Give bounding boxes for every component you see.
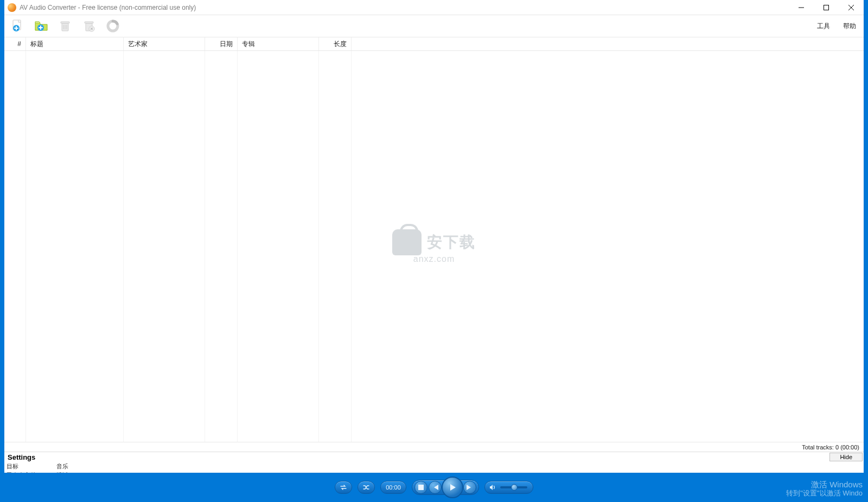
watermark-cn: 安下载	[427, 232, 476, 253]
col-title[interactable]: 标题	[26, 37, 124, 50]
settings-target-label: 目标	[7, 462, 56, 471]
app-icon	[8, 3, 16, 12]
menu-help[interactable]: 帮助	[839, 20, 860, 33]
col-length[interactable]: 长度	[319, 37, 352, 50]
stop-button[interactable]	[414, 481, 427, 494]
window-title: AV Audio Converter - Free license (non-c…	[20, 4, 789, 11]
minimize-button[interactable]	[789, 0, 814, 15]
svg-rect-0	[824, 5, 829, 10]
maximize-button[interactable]	[814, 0, 839, 15]
toolbar: 工具 帮助	[4, 15, 864, 37]
prev-button[interactable]	[429, 481, 442, 494]
col-number[interactable]: #	[4, 37, 26, 50]
repeat-button[interactable]	[335, 481, 352, 494]
delete-all-button[interactable]	[79, 16, 99, 36]
shuffle-button[interactable]	[358, 481, 375, 494]
track-list[interactable]: 安下载 anxz.com	[4, 51, 864, 442]
convert-button[interactable]	[103, 16, 123, 36]
svg-rect-5	[61, 22, 69, 23]
titlebar: AV Audio Converter - Free license (non-c…	[4, 0, 864, 15]
add-file-button[interactable]	[8, 16, 27, 36]
menu-tools[interactable]: 工具	[813, 20, 834, 33]
watermark: 安下载 anxz.com	[380, 229, 488, 264]
next-button[interactable]	[463, 481, 476, 494]
app-window: AV Audio Converter - Free license (non-c…	[4, 0, 864, 498]
time-display: 00:00	[380, 481, 406, 494]
svg-rect-10	[418, 485, 424, 490]
settings-target-value: 音乐	[56, 462, 861, 471]
play-button[interactable]	[442, 477, 463, 498]
settings-row-target[interactable]: 目标 音乐	[7, 462, 861, 471]
col-artist[interactable]: 艺术家	[124, 37, 205, 50]
settings-heading: Settings	[4, 453, 39, 461]
lock-icon	[392, 229, 422, 255]
col-album[interactable]: 专辑	[238, 37, 319, 50]
col-date[interactable]: 日期	[205, 37, 238, 50]
player-bar: 00:00	[0, 473, 868, 502]
volume-control[interactable]	[484, 481, 533, 494]
watermark-url: anxz.com	[380, 254, 488, 264]
list-header: # 标题 艺术家 日期 专辑 长度	[4, 37, 864, 51]
transport-controls	[412, 480, 479, 495]
volume-icon	[489, 484, 496, 491]
svg-rect-7	[85, 22, 93, 23]
delete-button[interactable]	[55, 16, 75, 36]
hide-settings-button[interactable]: Hide	[829, 453, 863, 461]
close-button[interactable]	[839, 0, 864, 15]
volume-slider[interactable]	[500, 486, 527, 488]
total-tracks: Total tracks: 0 (00:00)	[4, 442, 864, 452]
volume-thumb[interactable]	[511, 484, 518, 491]
add-folder-button[interactable]	[31, 16, 51, 36]
